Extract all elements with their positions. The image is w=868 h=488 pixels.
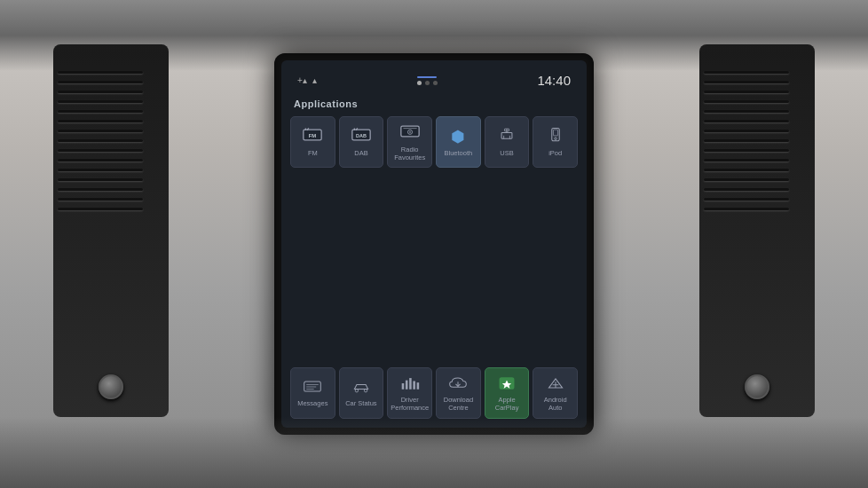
section-title: Applications [290,95,578,116]
vent-slot [58,208,143,210]
dab-label: DAB [354,149,367,157]
vent-slot [704,149,789,152]
vent-slot [58,91,143,93]
svg-rect-20 [304,382,321,391]
usb-label: USB [500,149,513,157]
apple-carplay-icon [497,375,517,394]
ipod-tile[interactable]: iPod [533,116,578,168]
left-vent [53,44,169,417]
grid-spacer [290,177,578,367]
android-auto-icon [546,375,565,394]
svg-rect-29 [409,378,412,390]
dot-3 [433,81,438,85]
right-vent-slots [704,62,810,374]
car-background: +▴ ▴ 14:40 Applications [0,0,868,488]
svg-rect-30 [413,381,415,389]
vent-slot [704,178,789,181]
bluetooth-status-icon: +▴ [297,75,307,85]
vent-slot [704,120,789,122]
vent-slot [704,208,789,210]
vent-slot [58,71,143,74]
vent-slot [704,100,789,103]
svg-rect-31 [416,382,419,390]
ipod-label: iPod [548,149,562,157]
messages-tile[interactable]: Messages [290,367,335,419]
dashboard-bottom [0,417,868,488]
download-centre-label: DownloadCentre [444,396,473,412]
bluetooth-tile[interactable]: ⬢ Bluetooth [436,116,481,168]
usb-tile[interactable]: USB [485,116,530,168]
status-left: +▴ ▴ [297,75,317,85]
right-vent [699,44,815,417]
car-status-tile[interactable]: Car Status [339,367,384,419]
driver-performance-tile[interactable]: DriverPerformance [387,367,432,419]
svg-point-10 [409,131,411,133]
page-dots [417,81,438,85]
vent-slot [704,159,789,161]
fm-label: FM [308,149,318,157]
fm-app-tile[interactable]: FM FM [290,116,335,168]
vent-slot [704,71,789,74]
bluetooth-label: Bluetooth [444,149,472,157]
left-vent-knob[interactable] [99,374,123,399]
svg-point-19 [554,138,556,140]
vent-slot [704,81,789,83]
page-indicators [417,76,438,85]
car-status-label: Car Status [345,399,376,407]
dab-app-tile[interactable]: DAB DAB [339,116,384,168]
svg-text:DAB: DAB [356,133,367,138]
dot-1 [417,81,422,85]
vent-slot [704,169,789,171]
driver-performance-icon [400,375,420,394]
vent-slot [704,91,789,93]
vent-slot [704,198,789,201]
vent-slot [58,139,143,142]
vent-slot [58,100,143,103]
ipod-icon [546,127,565,146]
android-auto-label: Android Auto [536,396,574,412]
fm-icon: FM [303,127,322,146]
page-active-indicator [417,76,437,78]
vent-slot [58,120,143,122]
vent-slot [704,110,789,113]
usb-icon [497,127,517,146]
svg-rect-12 [501,132,512,138]
vent-slot [704,130,789,132]
vent-slot [704,139,789,142]
status-bar: +▴ ▴ 14:40 [290,69,578,91]
signal-icon: ▴ [312,75,317,85]
bluetooth-icon: ⬢ [451,127,465,146]
radio-favourites-tile[interactable]: RadioFavourites [387,116,432,168]
clock: 14:40 [537,73,571,88]
bottom-app-grid: Messages Car Status [290,367,578,419]
apple-carplay-label: AppleCarPlay [495,396,519,412]
svg-rect-18 [553,130,557,136]
vent-slot [58,149,143,152]
vent-slot [58,159,143,161]
vent-slot [704,188,789,191]
vent-slot [58,81,143,83]
right-vent-knob[interactable] [745,374,769,399]
vent-slot [58,169,143,171]
apple-carplay-tile[interactable]: AppleCarPlay [485,367,530,419]
driver-performance-label: DriverPerformance [391,396,429,412]
svg-text:FM: FM [309,133,317,138]
vent-slot [58,110,143,113]
messages-icon [303,379,322,397]
top-app-grid: FM FM DAB [290,116,578,168]
infotainment-screen: +▴ ▴ 14:40 Applications [281,60,587,428]
vent-slot [58,198,143,201]
svg-rect-28 [406,380,408,389]
radio-favourites-icon [400,123,420,143]
messages-label: Messages [297,399,327,407]
vent-slot [58,178,143,181]
download-centre-icon [448,375,468,394]
dot-2 [425,81,430,85]
radio-favourites-label: RadioFavourites [394,146,425,161]
android-auto-tile[interactable]: Android Auto [533,367,578,419]
vent-slot [58,130,143,132]
dab-icon: DAB [351,127,371,146]
left-vent-slots [58,62,164,374]
download-centre-tile[interactable]: DownloadCentre [436,367,481,419]
screen-bezel: +▴ ▴ 14:40 Applications [274,53,594,435]
